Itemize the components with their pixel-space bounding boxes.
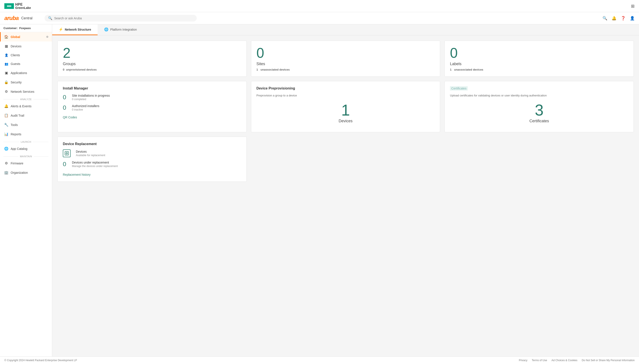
network-structure-icon: ⚡ [59, 27, 63, 32]
devices-icon: ▦ [4, 44, 9, 48]
svg-rect-5 [66, 152, 67, 154]
security-label: Security [11, 80, 22, 84]
global-label: Global [11, 35, 20, 39]
sidebar-item-security[interactable]: 🔒 Security [0, 78, 52, 87]
footer-terms[interactable]: Terms of Use [532, 359, 547, 362]
footer-do-not-sell[interactable]: Do Not Sell or Share My Personal Informa… [582, 359, 635, 362]
sidebar-item-network-services[interactable]: ⚙ Network Services [0, 87, 52, 96]
groups-card: 2 Groups 0 unprovisioned devices [57, 40, 247, 77]
devices-under-replacement-num: 0 [63, 161, 69, 168]
install-manager-card: Install Manager 0 Site installations in … [57, 81, 247, 132]
qr-codes-link[interactable]: QR Codes [63, 116, 77, 119]
cert-big-num: 3 [450, 102, 628, 118]
aruba-product: Central [21, 16, 33, 20]
footer-ad-choices[interactable]: Ad Choices & Cookies [551, 359, 577, 362]
applications-icon: ▣ [4, 71, 9, 75]
firmware-icon: ⚙ [4, 161, 9, 165]
tab-network-structure[interactable]: ⚡ Network Structure [52, 24, 98, 35]
stats-row: 2 Groups 0 unprovisioned devices 0 Sites… [57, 40, 634, 77]
sidebar-item-audit-trail[interactable]: 📋 Audit Trail [0, 111, 52, 120]
audit-trail-icon: 📋 [4, 113, 9, 118]
devices-under-replacement-text: Devices under replacement Manage the dev… [72, 161, 118, 168]
user-icon[interactable]: 👤 [630, 16, 635, 21]
network-services-label: Network Services [11, 90, 34, 94]
tab-bar: ⚡ Network Structure 🌐 Platform Integrati… [52, 24, 639, 36]
alerts-icon: 🔔 [4, 104, 9, 108]
groups-label: Groups [63, 62, 241, 66]
devices-available-row: Devices Available for replacement [63, 150, 241, 157]
sites-sub: 1 unassociated devices [256, 68, 435, 71]
hpe-line1: HPE [15, 3, 31, 6]
app-catalog-icon: 🌐 [4, 146, 9, 151]
footer-privacy[interactable]: Privacy [519, 359, 527, 362]
empty-col-3 [445, 136, 634, 182]
groups-number: 2 [63, 46, 241, 60]
sidebar-item-guests[interactable]: 👥 Guests [0, 60, 52, 68]
devices-big-num: 1 [256, 102, 435, 118]
launch-section-label: Launch [0, 139, 52, 144]
hpe-topbar: HPE GreenLake ⊞ [0, 0, 639, 12]
sidebar-item-devices[interactable]: ▦ Devices [0, 42, 52, 51]
certificates-card: Certificates Upload certificates for val… [445, 81, 634, 132]
replacement-history-link[interactable]: Replacement history [63, 173, 91, 176]
device-preprovisioning-title: Device Preprovisioning [256, 86, 435, 90]
devices-available-icon [63, 150, 71, 157]
tab-platform-integration[interactable]: 🌐 Platform Integration [98, 24, 143, 35]
search-icon: 🔍 [48, 16, 52, 20]
sidebar-item-alerts[interactable]: 🔔 Alerts & Events [0, 102, 52, 111]
customer-prefix: Customer: [4, 26, 18, 30]
settings-icon[interactable]: ⚙ [46, 36, 49, 38]
sites-sub-text: unassociated devices [261, 68, 290, 71]
bottom-row: Device Replacement Devices Available for [57, 136, 634, 182]
device-preprovisioning-card: Device Preprovisioning Preprovision a gr… [251, 81, 440, 132]
tools-icon: 🔧 [4, 123, 9, 127]
sidebar: Customer: Foxpass 🏠 Global ⚙ ▦ Devices 👤… [0, 24, 52, 356]
search-bar[interactable]: 🔍 [45, 15, 197, 22]
aruba-header: aruba Central 🔍 🔍 🔔 ❓ 👤 [0, 12, 639, 24]
aruba-logo: aruba Central [4, 15, 32, 22]
sites-card: 0 Sites 1 unassociated devices [251, 40, 440, 77]
search-input[interactable] [54, 16, 193, 20]
labels-sub-count: 1 [450, 68, 451, 71]
app-catalog-label: App Catalog [11, 147, 27, 150]
firmware-label: Firmware [11, 162, 23, 165]
sidebar-item-app-catalog[interactable]: 🌐 App Catalog [0, 144, 52, 153]
sites-number: 0 [256, 46, 435, 60]
device-replacement-title: Device Replacement [63, 142, 241, 146]
hpe-green-icon [4, 3, 14, 9]
devices-label: Devices [11, 44, 22, 48]
hpe-line2: GreenLake [15, 6, 31, 9]
header-icons: 🔍 🔔 ❓ 👤 [602, 16, 635, 21]
audit-trail-label: Audit Trail [11, 114, 24, 117]
search-icon[interactable]: 🔍 [602, 16, 607, 21]
sidebar-item-firmware[interactable]: ⚙ Firmware [0, 158, 52, 168]
devices-big-label: Devices [256, 119, 435, 123]
svg-rect-2 [7, 6, 11, 7]
alerts-label: Alerts & Events [11, 104, 32, 108]
svg-rect-1 [7, 6, 11, 6]
customer-label: Customer: Foxpass [0, 24, 52, 32]
help-icon[interactable]: ❓ [621, 16, 625, 21]
sidebar-item-global[interactable]: 🏠 Global ⚙ [0, 32, 52, 42]
authorized-installers-sub: 0 inactive [72, 108, 99, 111]
main-layout: Customer: Foxpass 🏠 Global ⚙ ▦ Devices 👤… [0, 24, 639, 356]
apps-grid-icon[interactable]: ⊞ [631, 4, 635, 9]
footer: © Copyright 2024 Hewlett Packard Enterpr… [0, 356, 639, 364]
site-installations-row: 0 Site installations in progress 0 compl… [63, 94, 241, 101]
certificates-link[interactable]: Certificates [450, 86, 468, 90]
labels-sub: 1 unassociated devices [450, 68, 628, 71]
groups-sub-count: 0 [63, 68, 64, 71]
organization-icon: 🏢 [4, 170, 9, 174]
labels-number: 0 [450, 46, 628, 60]
maintain-section-label: Maintain [0, 153, 52, 158]
install-manager-title: Install Manager [63, 86, 241, 90]
authorized-installers-title: Authorized installers [72, 104, 99, 108]
sidebar-item-organization[interactable]: 🏢 Organization [0, 168, 52, 177]
sidebar-item-clients[interactable]: 👤 Clients [0, 51, 52, 60]
bell-icon[interactable]: 🔔 [612, 16, 616, 21]
sidebar-item-tools[interactable]: 🔧 Tools [0, 120, 52, 130]
sidebar-item-applications[interactable]: ▣ Applications [0, 68, 52, 78]
tools-label: Tools [11, 123, 18, 126]
labels-sub-text: unassociated devices [454, 68, 483, 71]
sidebar-item-reports[interactable]: 📊 Reports [0, 130, 52, 139]
